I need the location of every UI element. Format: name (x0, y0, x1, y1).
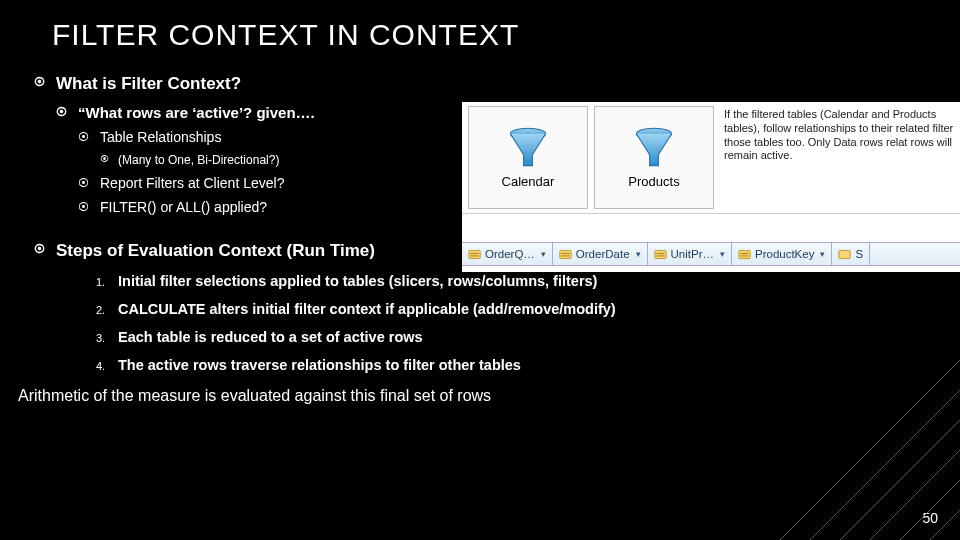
field-orderq-label: OrderQ… (485, 248, 535, 260)
step-4: 4.The active rows traverse relationships… (96, 357, 926, 373)
field-unitpr: UnitPr…▾ (648, 243, 732, 265)
svg-rect-8 (654, 250, 665, 258)
svg-rect-3 (470, 252, 478, 253)
heading-what-is: What is Filter Context? (34, 74, 926, 94)
svg-line-20 (890, 470, 960, 540)
funnel-products-label: Products (628, 174, 679, 189)
field-orderdate: OrderDate▾ (553, 243, 648, 265)
field-unitpr-label: UnitPr… (671, 248, 714, 260)
step-2: 2.CALCULATE alters initial filter contex… (96, 301, 926, 317)
funnel-products: Products (594, 106, 714, 209)
svg-rect-11 (739, 250, 750, 258)
step-1: 1.Initial filter selections applied to t… (96, 273, 926, 289)
svg-rect-13 (740, 255, 748, 256)
field-icon (468, 248, 481, 261)
field-orderdate-label: OrderDate (576, 248, 630, 260)
arithmetic-line: Arithmetic of the measure is evaluated a… (18, 387, 926, 405)
funnels-row: Calendar Products If the filtered tables… (462, 102, 960, 214)
funnel-icon (506, 126, 550, 170)
svg-rect-14 (839, 250, 850, 258)
pivot-field-row: OrderQ…▾ OrderDate▾ UnitPr…▾ ProductKey▾… (462, 242, 960, 266)
field-orderq: OrderQ…▾ (462, 243, 553, 265)
svg-rect-4 (470, 255, 478, 256)
dropdown-icon: ▾ (720, 249, 725, 259)
diagram-note: If the filtered tables (Calendar and Pro… (714, 102, 960, 213)
field-productkey-label: ProductKey (755, 248, 814, 260)
field-icon (654, 248, 667, 261)
field-s-label: S (855, 248, 863, 260)
slide-title: FILTER CONTEXT IN CONTEXT (52, 18, 926, 52)
dropdown-icon: ▾ (820, 249, 825, 259)
field-icon (838, 248, 851, 261)
dropdown-icon: ▾ (541, 249, 546, 259)
svg-rect-10 (656, 255, 664, 256)
svg-rect-9 (656, 252, 664, 253)
field-s: S (832, 243, 870, 265)
field-icon (559, 248, 572, 261)
svg-rect-7 (561, 255, 569, 256)
slide: FILTER CONTEXT IN CONTEXT What is Filter… (0, 0, 960, 540)
svg-rect-6 (561, 252, 569, 253)
dropdown-icon: ▾ (636, 249, 641, 259)
steps-list: 1.Initial filter selections applied to t… (96, 273, 926, 373)
field-icon (738, 248, 751, 261)
field-productkey: ProductKey▾ (732, 243, 832, 265)
page-number: 50 (922, 510, 938, 526)
svg-rect-5 (560, 250, 571, 258)
step-4-text: The active rows traverse relationships t… (118, 357, 521, 373)
step-1-text: Initial filter selections applied to tab… (118, 273, 597, 289)
svg-rect-12 (740, 252, 748, 253)
funnel-calendar-label: Calendar (502, 174, 555, 189)
funnel-calendar: Calendar (468, 106, 588, 209)
step-3: 3.Each table is reduced to a set of acti… (96, 329, 926, 345)
svg-line-18 (830, 410, 960, 540)
svg-line-19 (860, 440, 960, 540)
step-3-text: Each table is reduced to a set of active… (118, 329, 423, 345)
diagram-panel: Calendar Products If the filtered tables… (462, 102, 960, 272)
funnel-icon (632, 126, 676, 170)
step-2-text: CALCULATE alters initial filter context … (118, 301, 616, 317)
svg-rect-2 (469, 250, 480, 258)
